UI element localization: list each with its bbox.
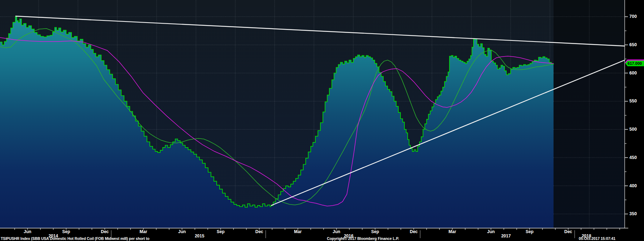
year-label: 2015 [195, 233, 205, 238]
y-axis-label: 400 [629, 183, 637, 188]
x-axis-label: Dec [564, 229, 572, 234]
x-axis-label: Sep [371, 229, 379, 234]
timestamp: 05-Oct-2017 15:07:41 [579, 236, 615, 241]
x-axis-label: Dec [410, 229, 418, 234]
last-price-value: 617.000 [625, 61, 644, 66]
no-data-region-shade [554, 0, 625, 228]
last-price-label: 617.000 [625, 61, 644, 67]
x-axis-label: Sep [217, 229, 225, 234]
security-description: TSIPUSHR Index (SBB USA Domestic Hot Rol… [1, 236, 149, 241]
x-axis-label: Jun [487, 229, 495, 234]
x-axis-label: Jun [178, 229, 186, 234]
y-axis-label: 450 [629, 155, 637, 160]
x-axis-label: Mar [294, 229, 302, 234]
year-label: 2017 [501, 233, 511, 238]
y-axis-label: 650 [629, 42, 637, 47]
x-axis-label: Jun [24, 229, 31, 234]
y-axis-label: 500 [629, 127, 637, 132]
y-axis-label: 550 [629, 98, 637, 103]
bloomberg-price-chart: 700650600550500450400350JunSepDecMarJunS… [0, 0, 644, 241]
x-axis-label: Mar [448, 229, 456, 234]
chart-canvas[interactable]: 700650600550500450400350JunSepDecMarJunS… [0, 0, 644, 241]
y-axis-label: 350 [629, 211, 637, 216]
x-axis-label: Sep [62, 229, 70, 234]
x-axis-label: Dec [101, 229, 109, 234]
y-axis-label: 600 [629, 71, 637, 76]
y-axis-label: 700 [629, 14, 637, 19]
x-axis-label: Sep [526, 229, 534, 234]
x-axis-label: Mar [139, 229, 147, 234]
copyright-notice: Copyright© 2017 Bloomberg Finance L.P. [327, 236, 399, 241]
x-axis-label: Jun [333, 229, 340, 234]
x-axis-label: Dec [255, 229, 263, 234]
